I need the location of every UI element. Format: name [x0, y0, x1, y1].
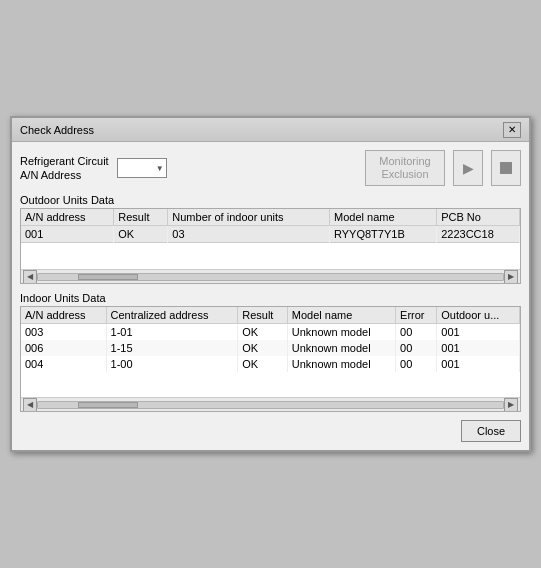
- table-row: 003 1-01 OK Unknown model 00 001: [21, 324, 520, 341]
- outdoor-num-indoor: 03: [168, 226, 330, 243]
- indoor-col-result: Result: [238, 307, 288, 324]
- indoor-col-an: A/N address: [21, 307, 106, 324]
- indoor-model-2: Unknown model: [287, 340, 395, 356]
- indoor-outdoor-2: 001: [437, 340, 520, 356]
- outdoor-model: RYYQ8T7Y1B: [330, 226, 437, 243]
- indoor-scroll-right[interactable]: ▶: [504, 398, 518, 412]
- footer-row: Close: [20, 420, 521, 442]
- close-button[interactable]: Close: [461, 420, 521, 442]
- outdoor-table-row: 001 OK 03 RYYQ8T7Y1B 2223CC18: [21, 226, 520, 243]
- window-title: Check Address: [20, 124, 94, 136]
- dropdown-arrow-icon: ▼: [156, 164, 164, 173]
- window-close-button[interactable]: ✕: [503, 122, 521, 138]
- indoor-scrollbar-track[interactable]: [37, 401, 504, 409]
- indoor-scroll-left[interactable]: ◀: [23, 398, 37, 412]
- refrigerant-dropdown[interactable]: ▼: [117, 158, 167, 178]
- indoor-an-1: 003: [21, 324, 106, 341]
- stop-icon: [500, 162, 512, 174]
- outdoor-scrollbar[interactable]: ◀ ▶: [21, 269, 520, 283]
- monitoring-exclusion-button[interactable]: Monitoring Exclusion: [365, 150, 445, 186]
- indoor-scrollbar[interactable]: ◀ ▶: [21, 397, 520, 411]
- monitoring-label: Monitoring Exclusion: [379, 155, 430, 181]
- indoor-error-2: 00: [396, 340, 437, 356]
- indoor-col-error: Error: [396, 307, 437, 324]
- indoor-col-outdoor: Outdoor u...: [437, 307, 520, 324]
- table-row: 004 1-00 OK Unknown model 00 001: [21, 356, 520, 372]
- indoor-an-2: 006: [21, 340, 106, 356]
- outdoor-table-container: A/N address Result Number of indoor unit…: [20, 208, 521, 284]
- outdoor-col-result: Result: [114, 209, 168, 226]
- indoor-outdoor-3: 001: [437, 356, 520, 372]
- indoor-central-1: 1-01: [106, 324, 238, 341]
- outdoor-section-label: Outdoor Units Data: [20, 194, 521, 206]
- title-bar: Check Address ✕: [12, 118, 529, 142]
- indoor-result-3: OK: [238, 356, 288, 372]
- outdoor-result: OK: [114, 226, 168, 243]
- outdoor-table: A/N address Result Number of indoor unit…: [21, 209, 520, 243]
- table-row: 006 1-15 OK Unknown model 00 001: [21, 340, 520, 356]
- indoor-central-2: 1-15: [106, 340, 238, 356]
- outdoor-an: 001: [21, 226, 114, 243]
- outdoor-table-header: A/N address Result Number of indoor unit…: [21, 209, 520, 226]
- indoor-model-3: Unknown model: [287, 356, 395, 372]
- window-content: Refrigerant Circuit A/N Address ▼ Monito…: [12, 142, 529, 450]
- indoor-col-central: Centralized address: [106, 307, 238, 324]
- indoor-table-container: A/N address Centralized address Result M…: [20, 306, 521, 412]
- outdoor-scrollbar-track[interactable]: [37, 273, 504, 281]
- outdoor-col-num-indoor: Number of indoor units: [168, 209, 330, 226]
- indoor-result-1: OK: [238, 324, 288, 341]
- outdoor-col-model: Model name: [330, 209, 437, 226]
- outdoor-scroll-left[interactable]: ◀: [23, 270, 37, 284]
- play-button[interactable]: ▶: [453, 150, 483, 186]
- outdoor-col-pcb: PCB No: [437, 209, 520, 226]
- indoor-an-3: 004: [21, 356, 106, 372]
- play-icon: ▶: [463, 160, 474, 176]
- check-address-window: Check Address ✕ Refrigerant Circuit A/N …: [10, 116, 531, 452]
- outdoor-scroll-right[interactable]: ▶: [504, 270, 518, 284]
- indoor-section-label: Indoor Units Data: [20, 292, 521, 304]
- outdoor-table-scroll: A/N address Result Number of indoor unit…: [21, 209, 520, 269]
- outdoor-scrollbar-thumb[interactable]: [78, 274, 138, 280]
- indoor-error-1: 00: [396, 324, 437, 341]
- toolbar-row: Refrigerant Circuit A/N Address ▼ Monito…: [20, 150, 521, 186]
- indoor-outdoor-1: 001: [437, 324, 520, 341]
- outdoor-pcb: 2223CC18: [437, 226, 520, 243]
- indoor-result-2: OK: [238, 340, 288, 356]
- indoor-central-3: 1-00: [106, 356, 238, 372]
- indoor-error-3: 00: [396, 356, 437, 372]
- indoor-table-scroll: A/N address Centralized address Result M…: [21, 307, 520, 397]
- indoor-col-model: Model name: [287, 307, 395, 324]
- refrigerant-label: Refrigerant Circuit A/N Address: [20, 154, 109, 183]
- indoor-model-1: Unknown model: [287, 324, 395, 341]
- indoor-scrollbar-thumb[interactable]: [78, 402, 138, 408]
- indoor-table-header: A/N address Centralized address Result M…: [21, 307, 520, 324]
- stop-button[interactable]: [491, 150, 521, 186]
- outdoor-col-an: A/N address: [21, 209, 114, 226]
- indoor-table: A/N address Centralized address Result M…: [21, 307, 520, 372]
